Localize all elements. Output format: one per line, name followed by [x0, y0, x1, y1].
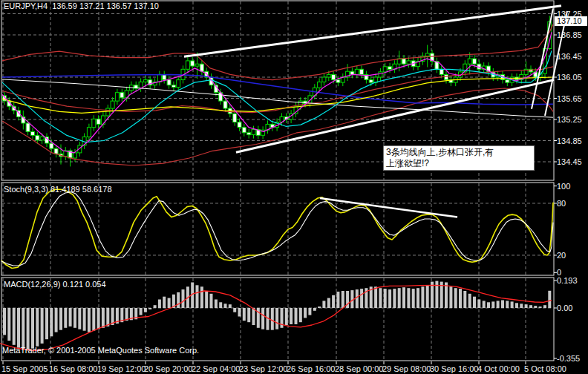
- price-axis-label: 136.85: [557, 30, 582, 39]
- time-axis-label: 26 Sep 16:00: [287, 364, 335, 373]
- annotation-line-2: 上涨欲望!?: [386, 158, 429, 168]
- price-axis-label: 136.05: [557, 73, 582, 82]
- current-price-box: 137.10: [555, 16, 587, 26]
- time-axis-label: 20 Sep 20:00: [144, 364, 192, 373]
- stoch-axis-label: 80: [557, 199, 566, 208]
- copyright-label: MetaTrader, © 2001-2005 MetaQuotes Softw…: [2, 346, 199, 355]
- macd-indicator-label: MACD(12,26,9) 0.121 0.054: [4, 280, 106, 289]
- annotation-note[interactable]: 3条均线向上,步林口张开,有 上涨欲望!?: [383, 145, 535, 171]
- price-axis-label: 134.85: [557, 137, 582, 145]
- stoch-axis-label: 100: [557, 182, 570, 191]
- time-axis-label: 16 Sep 08:00: [49, 364, 97, 373]
- stoch-indicator-label: Stoch(9,3,3) 81.4189 58.6178: [4, 185, 112, 194]
- price-axis-label: 136.45: [557, 52, 582, 61]
- price-axis-label: 135.65: [557, 94, 582, 103]
- time-axis-label: 19 Sep 12:00: [97, 364, 146, 373]
- price-axis-label: 135.25: [557, 115, 582, 124]
- annotation-line-1: 3条均线向上,步林口张开,有: [386, 147, 494, 157]
- chart-window: 137.25136.85136.45136.05135.65135.25134.…: [0, 0, 588, 374]
- symbol-title: EURJPY,H4 136.59 137.21 136.57 137.10: [4, 1, 159, 10]
- macd-axis-label: 0.193: [557, 276, 578, 285]
- stoch-axis-label: 20: [557, 251, 566, 260]
- time-axis-label: 22 Sep 04:00: [192, 364, 240, 373]
- price-axis-label: 134.45: [557, 157, 582, 166]
- macd-axis-label: -0.355: [557, 354, 580, 363]
- time-axis-label: 5 Oct 08:00: [524, 364, 566, 373]
- macd-axis-label: 0.00: [557, 304, 572, 312]
- time-axis-label: 30 Sep 16:00: [430, 364, 478, 373]
- time-axis-label: 23 Sep 12:00: [239, 364, 287, 373]
- time-axis-label: 28 Sep 00:00: [335, 364, 383, 373]
- time-axis-label: 4 Oct 00:00: [477, 364, 520, 373]
- time-axis-label: 29 Sep 08:00: [382, 364, 431, 373]
- time-axis-label: 15 Sep 2005: [1, 364, 48, 373]
